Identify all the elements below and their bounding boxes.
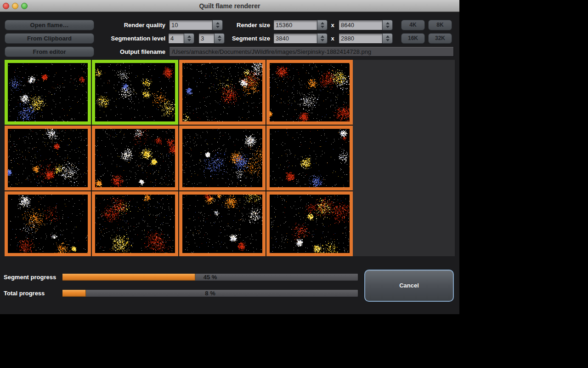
spinner-up-icon[interactable] (187, 35, 191, 38)
output-filename-label: Output filename (96, 46, 165, 57)
from-editor-button[interactable]: From editor (5, 46, 94, 57)
render-quality-label: Render quality (96, 20, 165, 30)
render-height-input[interactable] (339, 20, 383, 30)
quilt-renderer-window: Quilt flame renderer Open flame… Render … (0, 0, 459, 314)
segment-preview-image (95, 129, 175, 187)
segment-tile-pending (179, 60, 266, 125)
from-clipboard-button[interactable]: From Clipboard (5, 33, 94, 44)
title-bar: Quilt flame renderer (0, 0, 459, 12)
segment-preview-image (182, 129, 262, 187)
spinner-down-icon[interactable] (187, 39, 191, 41)
total-progress-bar: 8 % (62, 289, 358, 297)
preset-4k-button[interactable]: 4K (401, 20, 425, 30)
render-width-spinner (273, 20, 328, 30)
segment-tile-done (5, 60, 91, 125)
render-width-spin-buttons[interactable] (317, 20, 328, 30)
quilt-grid (5, 60, 353, 256)
segment-tile-done (92, 60, 178, 125)
segmentation-x-spinner (168, 33, 194, 44)
segment-preview-image (8, 129, 88, 187)
segmentation-level-label: Segmentation level (96, 33, 165, 44)
render-quality-spinner (169, 20, 223, 30)
spinner-up-icon[interactable] (386, 35, 390, 38)
segment-width-spinner (273, 33, 328, 44)
segment-width-input[interactable] (273, 33, 317, 44)
segment-size-label: Segment size (227, 33, 270, 44)
total-progress-value: 8 % (62, 290, 358, 297)
segment-tile-pending (266, 60, 353, 125)
spinner-down-icon[interactable] (216, 26, 220, 28)
segment-preview-image (95, 63, 175, 121)
output-filename-input[interactable] (169, 46, 454, 57)
toolbar-row-3: From editor Output filename (0, 46, 459, 57)
segment-preview-image (8, 195, 88, 253)
spinner-down-icon[interactable] (386, 26, 390, 28)
render-quality-input[interactable] (169, 20, 213, 30)
render-height-spin-buttons[interactable] (382, 20, 393, 30)
segment-tile-pending (92, 191, 178, 256)
segment-height-spinner (339, 33, 393, 44)
spinner-down-icon[interactable] (321, 26, 324, 28)
render-height-spinner (339, 20, 393, 30)
segment-height-input[interactable] (339, 33, 383, 44)
segment-tile-pending (266, 191, 353, 256)
window-title: Quilt flame renderer (0, 0, 459, 12)
spinner-up-icon[interactable] (321, 35, 324, 38)
render-quality-spin-buttons[interactable] (212, 20, 223, 30)
preset-16k-button[interactable]: 16K (401, 33, 425, 44)
spinner-down-icon[interactable] (386, 39, 390, 41)
segment-size-separator: x (328, 33, 337, 44)
segmentation-x-spin-buttons[interactable] (184, 33, 194, 44)
spinner-down-icon[interactable] (321, 39, 324, 41)
render-size-separator: x (328, 20, 337, 30)
total-progress-label: Total progress (4, 289, 61, 297)
toolbar-row-1: Open flame… Render quality Render size x (0, 20, 459, 30)
render-width-input[interactable] (273, 20, 317, 30)
segment-width-spin-buttons[interactable] (317, 33, 328, 44)
segment-preview-image (182, 63, 262, 121)
segment-progress-label: Segment progress (4, 273, 61, 281)
segment-tile-pending (266, 126, 353, 190)
segmentation-y-spinner (198, 33, 225, 44)
spinner-up-icon[interactable] (321, 22, 324, 24)
segment-preview-image (270, 63, 350, 121)
segment-preview-image (95, 195, 175, 253)
segment-preview-image (182, 195, 262, 253)
spinner-up-icon[interactable] (386, 22, 390, 24)
segment-tile-pending (179, 191, 266, 256)
segment-preview-image (8, 63, 88, 121)
render-size-label: Render size (227, 20, 270, 30)
segment-preview-image (270, 195, 350, 253)
spinner-up-icon[interactable] (216, 22, 220, 24)
segmentation-y-spin-buttons[interactable] (214, 33, 225, 44)
segment-tile-pending (5, 126, 91, 190)
quilt-panel (5, 60, 455, 256)
cancel-button[interactable]: Cancel (364, 270, 454, 302)
segment-preview-image (270, 129, 350, 187)
segment-height-spin-buttons[interactable] (382, 33, 393, 44)
segment-progress-value: 45 % (62, 274, 358, 281)
segmentation-y-input[interactable] (198, 33, 215, 44)
segment-progress-bar: 45 % (62, 273, 358, 281)
spinner-down-icon[interactable] (218, 39, 221, 41)
spinner-up-icon[interactable] (218, 35, 221, 38)
toolbar-row-2: From Clipboard Segmentation level Segmen… (0, 33, 459, 44)
segmentation-x-input[interactable] (168, 33, 184, 44)
open-flame-button[interactable]: Open flame… (5, 20, 94, 30)
segment-tile-pending (179, 126, 266, 190)
segment-tile-pending (5, 191, 91, 256)
preset-32k-button[interactable]: 32K (428, 33, 452, 44)
preset-8k-button[interactable]: 8K (428, 20, 452, 30)
segment-tile-pending (92, 126, 178, 190)
